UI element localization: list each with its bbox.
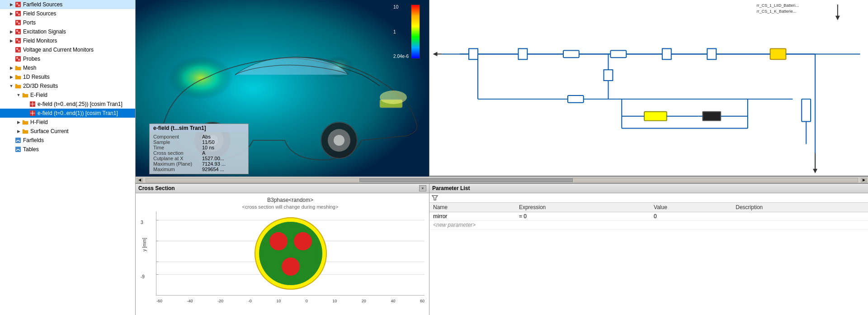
sidebar-item-field-monitors[interactable]: ▶Field Monitors [0,36,135,45]
expand-icon-field-sources[interactable]: ▶ [8,10,14,17]
info-row: Time10 ns [153,145,245,150]
cross-section-close-btn[interactable]: × [419,185,426,191]
svg-text:rr_CS_1_LIID_Batteri...: rr_CS_1_LIID_Batteri... [757,3,799,8]
svg-rect-11 [18,32,20,33]
sidebar-item-e-field[interactable]: ▼E-Field [0,91,135,100]
sidebar-item-mesh[interactable]: ▶Mesh [0,63,135,72]
svg-rect-13 [16,39,18,41]
info-row: ComponentAbs [153,134,245,139]
sidebar-item-h-field[interactable]: ▶H-Field [0,118,135,127]
tree-label-surface-current: Surface Current [30,127,69,135]
scroll-left-btn[interactable]: ◀ [137,178,143,182]
info-row: Sample11/50 [153,139,245,145]
sidebar-item-1d-results[interactable]: ▶1D Results [0,72,135,81]
expand-icon-ports[interactable] [8,19,14,26]
result-icon-e-field-025 [29,100,36,108]
expand-icon-tables[interactable] [8,146,14,153]
scrollbar-thumb[interactable] [359,178,573,182]
conductor-1 [268,231,289,252]
expand-icon-mesh[interactable]: ▶ [8,65,14,71]
scroll-right-btn[interactable]: ▶ [861,178,867,182]
col-description: Description [732,203,868,212]
sidebar-item-probes[interactable]: Probes [0,54,135,63]
sim-icon-farfield-sources [14,1,22,8]
sidebar-item-e-field-1[interactable]: e-field (t=0..end(1)) [cosim Tran1] [0,109,135,118]
sim-icon-voltage-current-monitors [14,46,22,53]
sidebar-item-ports[interactable]: Ports [0,18,135,27]
param-row[interactable]: mirror= 00 [429,212,868,221]
expand-icon-1d-results[interactable]: ▶ [8,74,14,80]
expand-icon-e-field[interactable]: ▼ [15,92,22,98]
info-row: Cutplane at X1527.00... [153,156,245,161]
project-tree-sidebar[interactable]: ▶Farfield Sources▶Field SourcesPorts▶Exc… [0,0,136,315]
svg-marker-43 [835,16,840,20]
scale-mid: 1 [393,29,409,34]
expand-icon-e-field-025[interactable] [23,101,29,107]
parameter-list-panel: Parameter List Name Expression Value Des… [429,183,868,315]
info-label: Sample [153,139,198,145]
y-tick-3: 3 [141,220,143,225]
info-value: 929654 ... [202,167,224,172]
svg-marker-46 [433,52,437,56]
folder-icon-surface-current [22,128,29,135]
tree-label-excitation-signals: Excitation Signals [23,28,66,36]
top-panel-scrollbar[interactable]: ◀ ▶ [136,177,868,183]
sidebar-item-tables[interactable]: Tables [0,145,135,154]
svg-rect-50 [518,48,527,59]
new-param-row[interactable]: <new parameter> [429,221,868,229]
sim-icon-field-sources [14,10,22,17]
svg-rect-47 [469,48,478,59]
tree-label-field-sources: Field Sources [23,10,56,18]
info-value: Abs [202,134,211,139]
expand-icon-h-field[interactable]: ▶ [15,119,22,125]
sidebar-item-voltage-current-monitors[interactable]: Voltage and Current Monitors [0,45,135,54]
svg-rect-65 [770,48,786,59]
svg-rect-62 [707,48,716,59]
scrollbar-track[interactable] [146,178,858,182]
sidebar-item-excitation-signals[interactable]: ▶Excitation Signals [0,27,135,36]
col-name: Name [429,203,515,212]
svg-marker-89 [432,196,438,200]
svg-point-30 [163,45,271,118]
sidebar-item-field-sources[interactable]: ▶Field Sources [0,9,135,18]
sidebar-item-farfield-sources[interactable]: ▶Farfield Sources [0,0,135,9]
info-value: 11/50 [202,139,215,145]
folder-icon-e-field [22,91,29,99]
expand-icon-farfields[interactable] [8,137,14,143]
chart-subtitle: <cross section will change during meshin… [156,204,425,210]
info-label: Maximum (Plane) [153,161,198,167]
svg-rect-14 [18,41,20,43]
col-expression: Expression [515,203,650,212]
expand-icon-voltage-current-monitors[interactable] [8,47,14,53]
expand-icon-surface-current[interactable]: ▶ [15,128,22,134]
folder-icon-2d-3d-results [14,82,22,90]
info-label: Component [153,134,198,139]
svg-rect-74 [568,95,584,103]
chart-title: B3phase<random> [156,197,425,203]
svg-rect-10 [16,30,18,32]
expand-icon-2d-3d-results[interactable]: ▼ [8,83,14,89]
sidebar-item-e-field-025[interactable]: e-field (t=0..end(.25)) [cosim Tran1] [0,100,135,109]
svg-rect-7 [16,21,18,23]
sidebar-item-farfields[interactable]: Farfields [0,136,135,145]
info-label: Cross section [153,150,198,156]
sidebar-item-2d-3d-results[interactable]: ▼2D/3D Results [0,81,135,91]
svg-rect-16 [16,48,18,50]
tree-label-1d-results: 1D Results [23,73,50,81]
sim-icon-ports [14,19,22,26]
expand-icon-excitation-signals[interactable]: ▶ [8,29,14,35]
info-title: e-field (t...sim Tran1] [150,124,248,132]
tree-label-e-field: E-Field [30,91,47,99]
sidebar-item-surface-current[interactable]: ▶Surface Current [0,127,135,136]
expand-icon-e-field-1[interactable] [23,110,29,116]
param-cell-value: 0 [650,212,732,221]
circuit-diagram: rr_CS_1_LIID_Batteri... rr_CS_1_K_Batter… [429,0,868,176]
expand-icon-farfield-sources[interactable]: ▶ [8,1,14,8]
expand-icon-field-monitors[interactable]: ▶ [8,38,14,44]
tree-label-farfield-sources: Farfield Sources [23,0,62,9]
svg-rect-4 [16,12,18,14]
folder-icon-h-field [22,119,29,126]
expand-icon-probes[interactable] [8,56,14,62]
svg-rect-5 [18,14,20,15]
tree-label-farfields: Farfields [23,136,44,144]
